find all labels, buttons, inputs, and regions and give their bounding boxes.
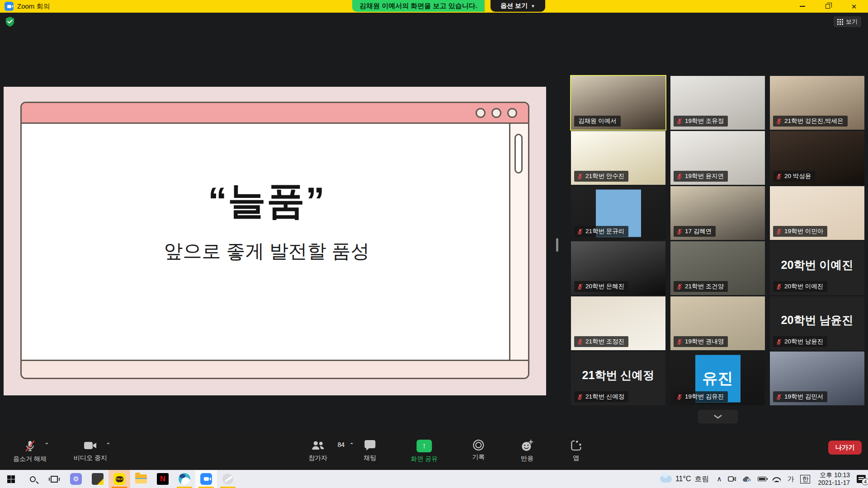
participant-name-badge: 21학번 신예정 — [574, 391, 628, 402]
taskbar-weather[interactable]: 11°C 흐림 — [656, 474, 714, 484]
participant-tile[interactable]: 유진 19학번 김유진 — [670, 352, 765, 405]
participant-name-badge: 21학번 조건양 — [674, 281, 728, 292]
windows-taskbar: ⚙ TALK N 11°C 흐림 ∧ 가 한 오후 10:13 2021-11-… — [0, 470, 868, 488]
participant-tile[interactable]: 19학번 김민서 — [770, 352, 864, 405]
hidden-icons-chevron[interactable]: ∧ — [713, 470, 725, 488]
participant-name-badge: 김채원 이예서 — [574, 116, 621, 127]
share-screen-icon: ↑ — [416, 440, 432, 452]
participant-name-badge: 19학번 이민아 — [773, 226, 827, 237]
muted-mic-icon — [776, 338, 782, 345]
participant-tile[interactable]: 21학번 문규리 — [571, 186, 665, 240]
start-button[interactable] — [0, 470, 22, 488]
mockup-dot — [491, 108, 501, 118]
minimize-button[interactable] — [792, 0, 813, 13]
reactions-icon — [521, 440, 533, 452]
notification-center-button[interactable]: 4 — [854, 470, 868, 488]
gallery-view-button[interactable]: 보기 — [834, 16, 861, 27]
participant-name-badge: 19학번 윤지연 — [674, 171, 728, 182]
video-options-chevron[interactable]: ⌃ — [106, 442, 110, 448]
ime-korean-han[interactable]: 한 — [797, 470, 813, 488]
apps-icon — [570, 440, 582, 451]
more-participants-button[interactable] — [698, 410, 738, 423]
leave-meeting-button[interactable]: 나가기 — [828, 441, 862, 455]
taskbar-clock[interactable]: 오후 10:13 2021-11-17 — [813, 471, 854, 487]
task-view-icon — [51, 476, 58, 483]
zoom-toolbar: ⌃ 음소거 해제 ⌃ 비디오 중지 84 ⌃ 참가자 채팅 — [0, 435, 868, 470]
battery-tray-icon[interactable] — [755, 470, 769, 488]
participant-name-badge: 21학번 안수진 — [574, 171, 628, 182]
participants-chevron[interactable]: ⌃ — [349, 442, 354, 448]
mockup-titlebar — [22, 103, 528, 124]
stop-video-button[interactable]: ⌃ 비디오 중지 — [67, 435, 114, 470]
participant-tile[interactable]: 17 김혜연 — [670, 186, 765, 240]
close-button[interactable]: ✕ — [844, 0, 864, 13]
unmute-button[interactable]: ⌃ 음소거 해제 — [8, 435, 52, 470]
participant-tile[interactable]: 21학번 신예정 21학번 신예정 — [571, 352, 665, 405]
participant-tile[interactable]: 19학번 윤지연 — [670, 131, 765, 185]
participant-name-badge: 21학번 강은진,박세은 — [773, 116, 848, 127]
taskbar-app-explorer[interactable] — [130, 470, 152, 488]
minimize-icon — [800, 6, 805, 7]
participant-tile[interactable]: 20 박성윤 — [770, 131, 864, 185]
muted-mic-icon — [676, 173, 683, 180]
participant-tile[interactable]: 20학번 이예진 20학번 이예진 — [770, 241, 864, 295]
muted-mic-icon — [776, 173, 782, 180]
ime-korean-a[interactable]: 가 — [784, 470, 797, 488]
panel-drag-handle[interactable] — [556, 238, 558, 252]
task-view-button[interactable] — [43, 470, 65, 488]
participant-name-badge: 19학번 조유정 — [674, 116, 728, 127]
clock-date: 2021-11-17 — [818, 479, 850, 487]
muted-mic-icon — [676, 338, 683, 345]
chat-button[interactable]: 채팅 — [357, 435, 382, 470]
participant-name-badge: 21학번 문규리 — [574, 226, 628, 237]
taskbar-app-paint[interactable] — [217, 470, 239, 488]
participant-tile[interactable]: 21학번 조정진 — [571, 296, 665, 350]
whale-browser-icon — [179, 473, 190, 485]
taskbar-app-settings[interactable]: ⚙ — [65, 470, 87, 488]
participant-tile[interactable]: 김채원 이예서 — [571, 76, 665, 130]
muted-mic-icon — [676, 394, 683, 400]
restore-button[interactable] — [817, 0, 838, 13]
participant-tile[interactable]: 20학번 남윤진 20학번 남윤진 — [770, 296, 864, 350]
mockup-scrollbar-thumb — [514, 134, 523, 174]
apps-button[interactable]: 앱 — [563, 435, 589, 470]
participant-tile[interactable]: 21학번 강은진,박세은 — [770, 76, 864, 130]
muted-mic-icon — [676, 228, 683, 235]
reactions-button[interactable]: 반응 — [514, 435, 540, 470]
participant-tile[interactable]: 19학번 권내영 — [670, 296, 765, 350]
participant-tile[interactable]: 19학번 이민아 — [770, 186, 864, 240]
security-shield-icon[interactable] — [5, 16, 15, 27]
view-options-button[interactable]: 옵션 보기▼ — [491, 0, 545, 12]
shared-screen-slide: “늘품” 앞으로 좋게 발전할 품성 — [4, 87, 546, 395]
record-button[interactable]: 기록 — [466, 435, 491, 470]
wifi-tray-icon[interactable] — [769, 470, 784, 488]
mockup-footer — [22, 360, 528, 378]
onedrive-tray-icon[interactable] — [739, 470, 755, 488]
participants-icon — [311, 440, 325, 451]
participant-tile[interactable]: 19학번 조유정 — [670, 76, 765, 130]
restore-icon — [826, 4, 830, 9]
participant-name-badge: 19학번 김유진 — [674, 391, 728, 402]
share-screen-button[interactable]: ↑ 화면 공유 — [406, 435, 442, 470]
participant-tile[interactable]: 21학번 안수진 — [571, 131, 665, 185]
slide-title: “늘품” — [22, 175, 512, 227]
search-button[interactable] — [22, 470, 43, 488]
muted-mic-icon — [577, 173, 583, 180]
taskbar-app-notes[interactable] — [87, 470, 108, 488]
participant-tile[interactable]: 21학번 조건양 — [670, 241, 765, 295]
taskbar-app-zoom[interactable] — [195, 470, 217, 488]
participants-button[interactable]: 84 ⌃ 참가자 — [302, 435, 334, 470]
muted-mic-icon — [676, 118, 683, 125]
participant-tile[interactable]: 20학번 은혜진 — [571, 241, 665, 295]
taskbar-app-whale[interactable] — [174, 470, 195, 488]
screen-share-banner: 김채원 이예서의 화면을 보고 있습니다. — [352, 0, 485, 12]
window-title: Zoom 회의 — [17, 2, 50, 11]
taskbar-app-kakaotalk[interactable]: TALK — [108, 470, 130, 488]
search-icon — [30, 476, 36, 482]
muted-mic-icon — [776, 394, 782, 400]
video-camera-icon — [84, 440, 97, 451]
taskbar-app-netflix[interactable]: N — [152, 470, 174, 488]
mic-options-chevron[interactable]: ⌃ — [45, 442, 49, 448]
zoom-tray-icon[interactable] — [725, 470, 739, 488]
muted-mic-icon — [577, 228, 583, 235]
